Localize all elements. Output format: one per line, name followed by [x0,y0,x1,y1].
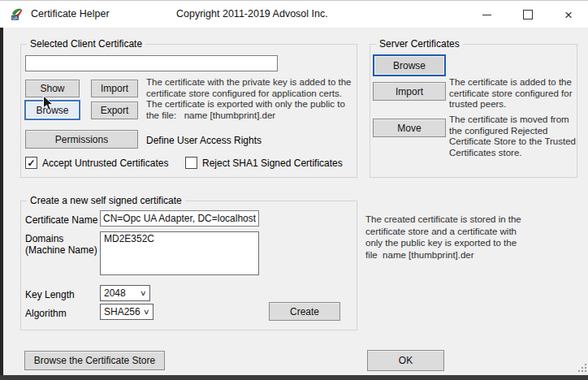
svg-text:UA: UA [12,15,19,20]
server-import-description: The certificate is added to the certific… [449,77,573,110]
browse-certificate-store-button[interactable]: Browse the Certificate Store [24,351,165,370]
window-title: Certificate Helper [31,8,110,19]
accept-untrusted-checkbox[interactable]: ✓ Accept Untrusted Certificates [25,157,168,169]
certificate-name-label: Certificate Name [25,214,97,226]
reject-sha1-label: Reject SHA1 Signed Certificates [202,158,343,169]
export-description: The certificate is exported with only th… [146,99,345,121]
resize-grip[interactable] [578,364,586,374]
key-length-value: 2048 [104,287,126,299]
export-button[interactable]: Export [91,101,138,119]
client-group-title: Selected Client Certificate [27,38,145,50]
create-button[interactable]: Create [269,302,340,321]
client-import-description: The certificate with the private key is … [146,77,352,99]
app-logo-icon: UA [11,7,24,21]
certificate-helper-window: UA Certificate Helper Copyright 2011-201… [0,0,588,380]
minimize-button[interactable] [471,5,502,24]
bottom-edge-strip [0,375,588,380]
chevron-down-icon: ∨ [140,289,147,297]
ok-button[interactable]: OK [367,350,444,371]
reject-sha1-checkbox[interactable]: Reject SHA1 Signed Certificates [185,157,343,169]
domains-input[interactable]: MD2E352C [100,231,259,275]
algorithm-value: SHA256 [104,306,141,317]
move-button[interactable]: Move [373,119,446,137]
key-length-select[interactable]: 2048 ∨ [100,285,150,301]
server-import-button[interactable]: Import [373,82,446,101]
server-certificates-group: Server Certificates Browse Import The ce… [370,44,577,178]
server-browse-button[interactable]: Browse [373,54,446,76]
checkbox-unchecked-icon [185,157,197,169]
client-certificate-input[interactable] [25,55,278,71]
chevron-down-icon: ∨ [143,308,150,316]
maximize-button[interactable] [512,5,543,24]
algorithm-label: Algorithm [25,308,67,319]
algorithm-select[interactable]: SHA256 ∨ [100,304,153,320]
left-edge-strip [0,28,3,375]
client-certificate-group: Selected Client Certificate Show Import … [20,44,357,178]
domains-label: Domains (Machine Name) [25,233,97,256]
create-certificate-group: Create a new self signed certificate Cer… [20,201,357,330]
maximize-icon [523,10,533,19]
certificate-name-input[interactable] [100,210,259,227]
close-icon: × [564,8,573,22]
created-certificate-description: The created certificate is stored in the… [365,214,521,261]
permissions-description: Define User Access Rights [146,135,262,146]
title-bar: UA Certificate Helper Copyright 2011-201… [0,1,588,28]
close-button[interactable]: × [553,5,584,24]
checkbox-checked-icon: ✓ [25,157,37,169]
show-button[interactable]: Show [25,80,80,97]
move-description: The certificate is moved from the config… [449,114,576,158]
key-length-label: Key Length [25,289,75,300]
client-import-button[interactable]: Import [91,80,138,97]
client-browse-button[interactable]: Browse [24,100,80,120]
minimize-icon [482,15,491,15]
create-group-title: Create a new self signed certificate [27,195,185,206]
server-group-title: Server Certificates [376,38,463,50]
permissions-button[interactable]: Permissions [25,130,138,149]
accept-untrusted-label: Accept Untrusted Certificates [42,158,168,169]
copyright-text: Copyright 2011-2019 Advosol Inc. [176,8,328,19]
